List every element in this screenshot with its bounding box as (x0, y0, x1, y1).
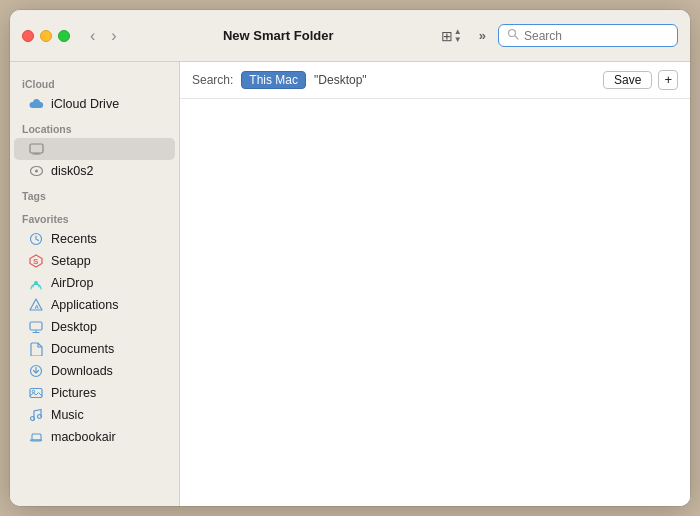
view-toggle-button[interactable]: ⊞ ▲ ▼ (436, 25, 467, 47)
sidebar-item-pictures[interactable]: Pictures (14, 382, 175, 404)
search-box[interactable] (498, 24, 678, 47)
airdrop-icon (28, 275, 44, 291)
svg-text:S: S (33, 257, 39, 266)
search-filter-bar: Search: This Mac "Desktop" Save + (180, 62, 690, 99)
titlebar: ‹ › New Smart Folder ⊞ ▲ ▼ » (10, 10, 690, 62)
sidebar: iCloud iCloud Drive Locations (10, 62, 180, 506)
applications-icon: A (28, 297, 44, 313)
sidebar-item-documents[interactable]: Documents (14, 338, 175, 360)
search-input[interactable] (524, 29, 669, 43)
downloads-icon (28, 363, 44, 379)
pictures-icon (28, 385, 44, 401)
disk-icon (28, 163, 44, 179)
sidebar-item-setapp[interactable]: S Setapp (14, 250, 175, 272)
save-button[interactable]: Save (603, 71, 652, 89)
macbookair-icon (28, 429, 44, 445)
grid-icon: ⊞ (441, 28, 453, 44)
svg-rect-12 (30, 322, 42, 330)
sidebar-section-favorites: Favorites (10, 205, 179, 228)
setapp-icon: S (28, 253, 44, 269)
results-area (180, 99, 690, 506)
sidebar-item-icloud-drive[interactable]: iCloud Drive (14, 93, 175, 115)
downloads-label: Downloads (51, 364, 113, 378)
setapp-label: Setapp (51, 254, 91, 268)
svg-line-1 (515, 36, 518, 39)
music-label: Music (51, 408, 84, 422)
more-button[interactable]: » (473, 26, 492, 45)
sidebar-item-downloads[interactable]: Downloads (14, 360, 175, 382)
traffic-lights (22, 30, 70, 42)
sidebar-item-airdrop[interactable]: AirDrop (14, 272, 175, 294)
sidebar-item-disk[interactable]: disk0s2 (14, 160, 175, 182)
sidebar-item-music[interactable]: Music (14, 404, 175, 426)
search-filter-label: Search: (192, 73, 233, 87)
sidebar-item-macbookair[interactable]: macbookair (14, 426, 175, 448)
search-bar-right: Save + (603, 70, 678, 90)
computer-icon (28, 141, 44, 157)
sidebar-item-desktop[interactable]: Desktop (14, 316, 175, 338)
documents-label: Documents (51, 342, 114, 356)
sidebar-section-tags: Tags (10, 182, 179, 205)
disk-label: disk0s2 (51, 164, 93, 178)
svg-point-6 (35, 170, 38, 173)
finder-window: ‹ › New Smart Folder ⊞ ▲ ▼ » (10, 10, 690, 506)
cloud-icon (28, 96, 44, 112)
sidebar-section-locations: Locations (10, 115, 179, 138)
svg-rect-17 (30, 389, 42, 398)
this-mac-tag[interactable]: This Mac (241, 71, 306, 89)
window-title: New Smart Folder (69, 28, 488, 43)
pictures-label: Pictures (51, 386, 96, 400)
sidebar-item-applications[interactable]: A Applications (14, 294, 175, 316)
recents-icon (28, 231, 44, 247)
icloud-drive-label: iCloud Drive (51, 97, 119, 111)
search-icon (507, 28, 519, 43)
desktop-tag[interactable]: "Desktop" (314, 73, 367, 87)
svg-point-19 (31, 417, 35, 421)
view-chevrons: ▲ ▼ (454, 28, 462, 44)
svg-point-18 (32, 390, 35, 393)
sidebar-item-recents[interactable]: Recents (14, 228, 175, 250)
add-criteria-button[interactable]: + (658, 70, 678, 90)
minimize-button[interactable] (40, 30, 52, 42)
documents-icon (28, 341, 44, 357)
music-icon (28, 407, 44, 423)
content-area: iCloud iCloud Drive Locations (10, 62, 690, 506)
recents-label: Recents (51, 232, 97, 246)
svg-rect-2 (30, 144, 43, 153)
sidebar-item-computer[interactable] (14, 138, 175, 160)
sidebar-section-icloud: iCloud (10, 70, 179, 93)
svg-text:A: A (35, 304, 40, 310)
macbookair-label: macbookair (51, 430, 116, 444)
main-content: Search: This Mac "Desktop" Save + (180, 62, 690, 506)
applications-label: Applications (51, 298, 118, 312)
desktop-label: Desktop (51, 320, 97, 334)
airdrop-label: AirDrop (51, 276, 93, 290)
desktop-icon (28, 319, 44, 335)
svg-point-20 (38, 415, 42, 419)
toolbar-right: ⊞ ▲ ▼ » (436, 24, 678, 47)
close-button[interactable] (22, 30, 34, 42)
